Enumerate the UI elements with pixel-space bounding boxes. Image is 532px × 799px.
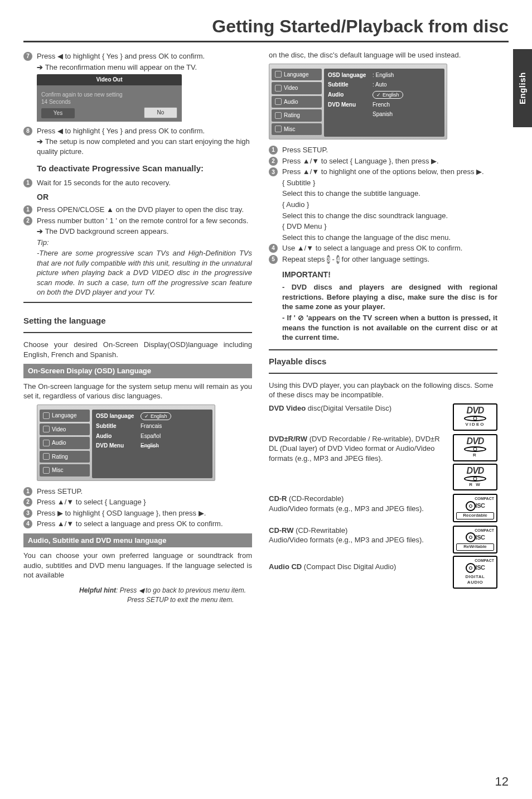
language-menu-screenshot: Language Video Audio Rating Misc OSD lan…	[269, 64, 447, 140]
step-text: Repeat steps 3 - 4 for other language se…	[282, 254, 497, 264]
section-heading: Setting the language	[23, 310, 252, 333]
page-number: 12	[495, 773, 509, 790]
option-heading: { Subtitle }	[282, 178, 497, 188]
cd-digital-audio-logo-icon: COMPACTISCDIGITAL AUDIO	[453, 556, 497, 589]
menu-value: : Auto	[373, 81, 441, 89]
menu-side-item: Audio	[272, 96, 322, 108]
left-column: 7Press ◀ to highlight { Yes } and press …	[23, 50, 252, 580]
section-heading: Playable discs	[269, 349, 497, 374]
dvd-video-logo-icon: DVDVIDEO	[453, 403, 497, 431]
page-title: Getting Started/Playback from disc	[23, 15, 509, 42]
menu-key: DVD Menu	[328, 101, 373, 109]
menu-key: DVD Menu	[96, 442, 141, 450]
video-out-dialog: Video Out Confirm again to use new setti…	[37, 74, 182, 122]
step-bullet: 8	[23, 127, 32, 136]
paragraph: You can choose your own preferred langua…	[23, 551, 252, 580]
menu-value: Francais	[141, 422, 209, 430]
menu-side-item: Misc	[40, 464, 90, 476]
paragraph: Choose your desired On-Screen Display(OS…	[23, 340, 252, 359]
menu-side-item: Video	[272, 82, 322, 94]
language-tab: English	[513, 49, 532, 127]
menu-side-item: Video	[40, 423, 90, 436]
dialog-countdown: 14 Seconds	[41, 98, 177, 106]
subheading: To deactivate Progressive Scan manually:	[37, 163, 252, 174]
band-heading: On-Screen Display (OSD) Language	[23, 364, 252, 378]
menu-value: French	[373, 101, 441, 109]
or-label: OR	[37, 192, 252, 203]
menu-key: Subtitle	[96, 422, 141, 430]
step-text: Wait for 15 seconds for the auto recover…	[37, 178, 252, 188]
step-bullet: 1	[23, 205, 32, 214]
right-column: on the disc, the disc's default language…	[269, 50, 497, 580]
step-bullet: 4	[269, 244, 278, 253]
cd-rewritable-logo-icon: COMPACTISCReWritable	[453, 526, 497, 553]
step-text: Press ▲/▼ to select { Language }, then p…	[282, 156, 497, 166]
option-text: Select this to change the subtitle langu…	[282, 189, 497, 199]
result-text: The DVD background screen appears.	[37, 227, 252, 237]
step-text: Press ◀ to highlight { Yes } and press O…	[37, 126, 252, 136]
dvd-r-logo-icon: DVDR	[453, 434, 497, 461]
step-bullet: 3	[23, 509, 32, 518]
disc-description: Audio CD (Compact Disc Digital Audio)	[269, 562, 414, 572]
paragraph: on the disc, the disc's default language…	[269, 50, 497, 60]
option-heading: { Audio }	[282, 200, 497, 210]
menu-key: Audio	[96, 432, 141, 440]
step-bullet: 2	[23, 498, 32, 507]
disc-description: DVD Video disc(Digital Versatile Disc)	[269, 403, 447, 413]
menu-key: Audio	[328, 91, 373, 99]
step-text: Press ▲/▼ to highlight one of the option…	[282, 167, 497, 177]
tip-text: -There are some progressive scan TVs and…	[37, 248, 252, 297]
menu-value: Spanish	[373, 110, 441, 118]
paragraph: The On-screen language for the system se…	[23, 382, 252, 401]
menu-side-item: Audio	[40, 437, 90, 449]
menu-key: Subtitle	[328, 81, 373, 89]
step-bullet: 3	[269, 167, 278, 176]
step-bullet: 1	[23, 179, 32, 187]
menu-side-item: Language	[40, 410, 90, 422]
option-text: Select this to change the language of th…	[282, 233, 497, 243]
band-heading: Audio, Subtitle and DVD menu language	[23, 533, 252, 548]
menu-value: Español	[141, 432, 209, 440]
step-bullet: 7	[23, 52, 32, 61]
step-bullet: 5	[269, 255, 278, 264]
step-text: Press ◀ to highlight { Yes } and press O…	[37, 51, 252, 61]
menu-value: English	[141, 442, 209, 450]
step-bullet: 1	[269, 146, 278, 155]
step-bullet: 4	[23, 519, 32, 528]
menu-key: OSD language	[328, 71, 373, 79]
yes-button[interactable]: Yes	[41, 108, 75, 118]
disc-description: CD-RW (CD-Rewritable) Audio/Video format…	[269, 526, 447, 545]
step-text: Use ▲/▼ to select a language and press O…	[282, 243, 497, 253]
option-text: Select this to change the disc soundtrac…	[282, 211, 497, 221]
step-text: Press ▶ to highlight { OSD language }, t…	[37, 508, 252, 518]
important-heading: IMPORTANT!	[282, 269, 497, 280]
menu-key: OSD language	[96, 412, 141, 420]
cd-recordable-logo-icon: COMPACTISCRecordable	[453, 494, 497, 522]
important-text: - DVD discs and players are designed wit…	[282, 282, 497, 312]
osd-menu-screenshot: Language Video Audio Rating Misc OSD lan…	[37, 405, 215, 481]
step-text: Press ▲/▼ to select a language and press…	[37, 519, 252, 529]
menu-value: English	[141, 412, 171, 420]
paragraph: Using this DVD player, you can playback …	[269, 381, 497, 400]
step-bullet: 1	[23, 487, 32, 496]
option-heading: { DVD Menu }	[282, 222, 497, 232]
dvd-rw-logo-icon: DVDR W	[453, 464, 497, 491]
menu-side-item: Misc	[272, 123, 322, 136]
result-text: The setup is now completed and you can s…	[37, 137, 252, 156]
dialog-title: Video Out	[37, 74, 182, 85]
menu-value: English	[373, 91, 403, 99]
no-button[interactable]: No	[144, 107, 177, 118]
disc-description: CD-R (CD-Recordable) Audio/Video formats…	[269, 494, 447, 513]
dialog-message: Confirm again to use new setting	[41, 91, 177, 99]
tip-heading: Tip:	[37, 238, 252, 248]
menu-side-item: Rating	[272, 109, 322, 122]
step-text: Press number button ' 1 ' on the remote …	[37, 216, 252, 226]
menu-side-item: Language	[272, 69, 322, 81]
step-text: Press SETUP.	[282, 145, 497, 155]
menu-key	[328, 110, 373, 118]
step-text: Press ▲/▼ to select { Language }	[37, 497, 252, 507]
step-bullet: 2	[269, 157, 278, 166]
menu-value: : English	[373, 71, 441, 79]
step-text: Press OPEN/CLOSE ▲ on the DVD player to …	[37, 205, 252, 215]
important-text: - If ' ⊘ 'appears on the TV screen when …	[282, 313, 497, 343]
